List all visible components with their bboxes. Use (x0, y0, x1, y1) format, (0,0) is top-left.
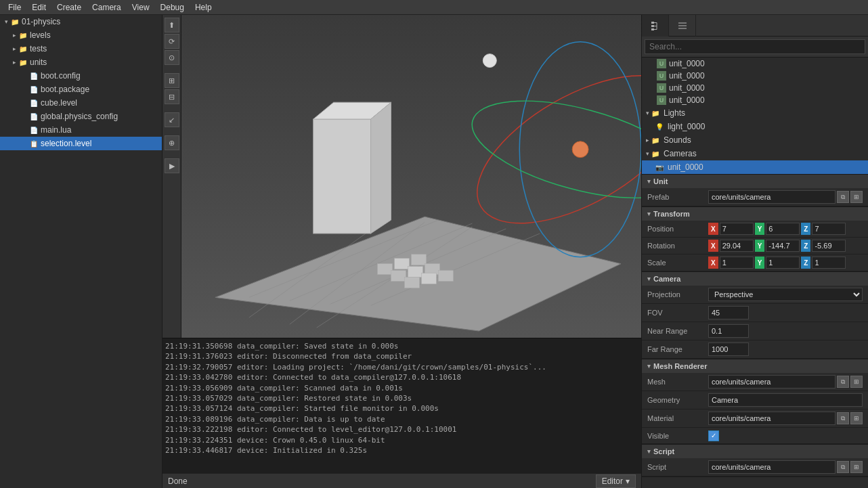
scale-x-input[interactable] (720, 257, 754, 269)
rotation-z-input[interactable] (812, 240, 846, 252)
script-section-header[interactable]: ▾ Script (642, 445, 868, 458)
menu-create[interactable]: Create (51, 1, 87, 14)
console-line: 21:19:33.222198 editor: Connected to lev… (165, 424, 638, 435)
right-panel: U unit_0000 U unit_0000 U unit_0000 U un… (641, 15, 868, 488)
rotation-label: Rotation (647, 242, 708, 250)
fov-label: FOV (647, 309, 708, 317)
position-y-input[interactable] (766, 223, 800, 235)
console-panel[interactable]: 21:19:31.350698 data_compiler: Saved sta… (162, 338, 641, 473)
svg-rect-17 (405, 278, 420, 288)
console-line: 21:19:31.376023 editor: Disconnected fro… (165, 351, 638, 361)
position-x-input[interactable] (720, 223, 754, 235)
scene-item-cameras[interactable]: ▾ 📁 Cameras (642, 147, 868, 160)
tree-item-main-lua[interactable]: 📄 main.lua (0, 123, 162, 137)
unit-section-header[interactable]: ▾ Unit (642, 175, 868, 188)
rotation-x-input[interactable] (720, 240, 754, 252)
tab-hierarchy[interactable] (642, 15, 669, 37)
menu-view[interactable]: View (127, 1, 155, 14)
scene-tree: U unit_0000 U unit_0000 U unit_0000 U un… (642, 58, 868, 175)
toolbar-play-btn[interactable]: ▶ (165, 158, 179, 173)
svg-rect-33 (678, 25, 687, 26)
rz-label: Z (801, 240, 810, 252)
tree-item-boot-package[interactable]: 📄 boot.package (0, 83, 162, 96)
camera-section-header[interactable]: ▾ Camera (642, 272, 868, 286)
mesh-copy-btn[interactable]: ⧉ (837, 376, 849, 388)
script-input[interactable] (708, 460, 836, 474)
scene-item-unit1[interactable]: U unit_0000 (642, 58, 868, 70)
scene-item-lights[interactable]: ▾ 📁 Lights (642, 106, 868, 120)
fov-input[interactable] (708, 306, 749, 319)
toolbar-move-btn[interactable]: ⬆ (165, 18, 179, 32)
svg-rect-18 (421, 273, 436, 284)
toolbar-grid2-btn[interactable]: ⊟ (165, 89, 179, 104)
toolbar-rotate-btn[interactable]: ⟳ (165, 34, 179, 49)
tree-item-cube-level[interactable]: 📄 cube.level (0, 96, 162, 110)
tree-item-units[interactable]: ▸ 📁 units (0, 56, 162, 69)
visible-checkbox[interactable]: ✓ (708, 430, 719, 441)
search-input[interactable] (645, 39, 865, 54)
menu-help[interactable]: Help (190, 1, 217, 14)
material-copy-btn[interactable]: ⧉ (837, 412, 849, 424)
material-value: ⧉ ⊞ (708, 412, 863, 425)
scene-item-unit3[interactable]: U unit_0000 (642, 82, 868, 94)
tree-label-boot-config: boot.config (41, 71, 81, 81)
tree-item-levels[interactable]: ▸ 📁 levels (0, 28, 162, 42)
position-z-input[interactable] (812, 223, 846, 235)
tree-label-global-physics-config: global.physics_config (41, 112, 118, 121)
script-link-btn[interactable]: ⊞ (850, 461, 863, 473)
tree-item-tests[interactable]: ▸ 📁 tests (0, 42, 162, 56)
tab-layers[interactable] (669, 15, 696, 37)
file-icon: 📄 (28, 111, 39, 122)
prefab-copy-btn[interactable]: ⧉ (837, 191, 849, 203)
sz-label: Z (801, 257, 810, 269)
editor-dropdown[interactable]: Editor ▾ (596, 474, 636, 488)
scene-item-unit2[interactable]: U unit_0000 (642, 70, 868, 82)
prefab-link-btn[interactable]: ⊞ (850, 191, 863, 203)
near-range-input[interactable] (708, 324, 749, 338)
geometry-input[interactable] (708, 393, 863, 407)
toolbar-snap-btn[interactable]: ↙ (165, 112, 179, 127)
tree-item-boot-config[interactable]: 📄 boot.config (0, 69, 162, 83)
scene-label-sounds: Sounds (664, 135, 691, 145)
3d-viewport[interactable] (181, 15, 641, 338)
rotation-y-input[interactable] (766, 240, 800, 252)
menu-camera[interactable]: Camera (87, 1, 127, 14)
tree-item-01-physics[interactable]: ▾ 📁 01-physics (0, 15, 162, 28)
scene-item-unit4[interactable]: U unit_0000 (642, 94, 868, 106)
projection-row: Projection Perspective Orthographic (642, 286, 868, 304)
scene-item-camera1[interactable]: 📷 unit_0000 (642, 160, 868, 174)
mesh-link-btn[interactable]: ⊞ (850, 376, 863, 388)
material-link-btn[interactable]: ⊞ (850, 412, 863, 424)
menu-edit[interactable]: Edit (26, 1, 51, 14)
menu-debug[interactable]: Debug (155, 1, 190, 14)
toolbar-add-btn[interactable]: ⊕ (165, 135, 179, 150)
material-input[interactable] (708, 412, 836, 425)
scale-y-input[interactable] (766, 257, 800, 269)
prefab-row: Prefab ⧉ ⊞ (642, 188, 868, 206)
menu-file[interactable]: File (3, 1, 26, 14)
transform-section-header[interactable]: ▾ Transform (642, 207, 868, 221)
tree-item-selection-level[interactable]: 📋 selection.level (0, 137, 162, 150)
svg-rect-26 (651, 25, 654, 27)
near-range-row: Near Range (642, 322, 868, 340)
mesh-renderer-section-header[interactable]: ▾ Mesh Renderer (642, 359, 868, 373)
scale-value: X Y Z (708, 257, 863, 269)
prefab-input[interactable] (708, 190, 836, 204)
toolbar-scale-btn[interactable]: ⊙ (165, 50, 179, 65)
file-icon: 📄 (28, 125, 39, 135)
scene-item-light1[interactable]: 💡 light_0000 (642, 120, 868, 133)
menu-bar: File Edit Create Camera View Debug Help (0, 0, 868, 15)
far-range-input[interactable] (708, 342, 749, 356)
unit-icon: U (657, 59, 666, 68)
scene-label-lights: Lights (664, 108, 685, 118)
script-copy-btn[interactable]: ⧉ (837, 461, 849, 473)
tree-item-global-physics-config[interactable]: 📄 global.physics_config (0, 110, 162, 123)
toolbar-grid-btn[interactable]: ⊞ (165, 73, 179, 88)
scene-item-sounds[interactable]: ▸ 📁 Sounds (642, 133, 868, 147)
scene-svg (181, 15, 641, 338)
mesh-input[interactable] (708, 375, 836, 389)
scale-z-input[interactable] (812, 257, 846, 269)
projection-select[interactable]: Perspective Orthographic (708, 288, 863, 301)
file-icon: 📄 (28, 97, 39, 108)
svg-rect-19 (438, 271, 453, 282)
